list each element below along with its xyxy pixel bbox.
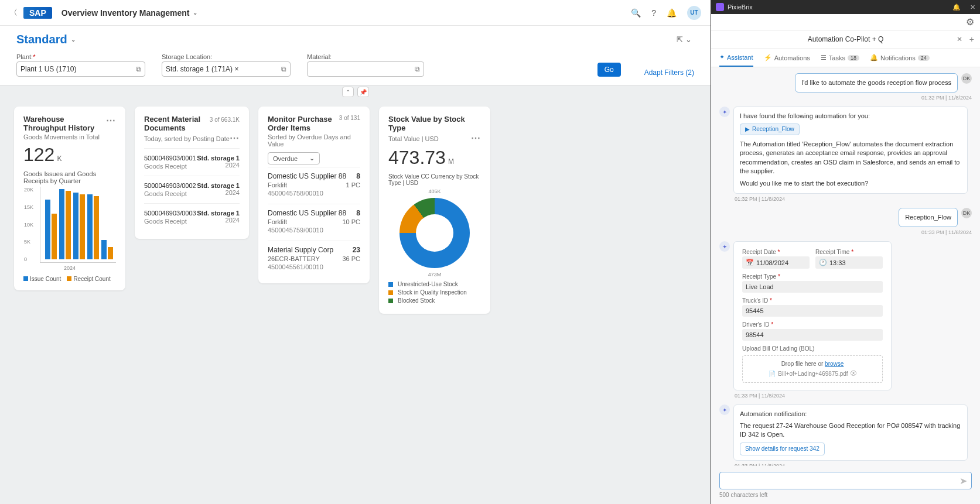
truck-id-input[interactable]: 95445: [742, 305, 883, 317]
card-subtitle: Today, sorted by Posting Date: [144, 135, 230, 142]
copilot-tabs: ✦ Assistant ⚡ Automations ☰ Tasks 18 🔔 N…: [711, 49, 980, 67]
close-icon[interactable]: ✕: [970, 4, 975, 11]
doc-item[interactable]: 5000046903/0002Std. storage 1 Goods Rece…: [144, 176, 240, 203]
char-counter: 500 characters left: [719, 492, 972, 498]
bot-message: Automation notification: The request 27-…: [733, 404, 968, 461]
material-filter: Material: ⧉: [307, 53, 424, 77]
more-icon[interactable]: ⋯: [230, 132, 240, 143]
chevron-down-icon: ⌄: [71, 36, 76, 43]
kpi-value: 473.73M: [388, 147, 481, 169]
bot-avatar-icon: ✦: [719, 404, 730, 415]
tab-automations[interactable]: ⚡ Automations: [764, 49, 810, 67]
card-title: Monitor Purchase Order Items: [268, 115, 338, 132]
help-icon[interactable]: ?: [651, 8, 656, 18]
filter-bar: Plant:* Plant 1 US (1710) ⧉ Storage Loca…: [0, 49, 711, 85]
value-help-icon[interactable]: ⧉: [281, 65, 286, 73]
automation-icon: ⚡: [764, 54, 772, 61]
kpi-value: 122K: [23, 144, 116, 166]
user-avatar[interactable]: UT: [687, 6, 701, 20]
storage-location-filter: Storage Location: Std. storage 1 (171A) …: [162, 53, 291, 77]
plant-input[interactable]: Plant 1 US (1710) ⧉: [16, 61, 145, 77]
send-icon[interactable]: ➤: [959, 475, 967, 486]
more-icon[interactable]: ⋯: [471, 132, 481, 143]
user-message: Reception_Flow: [899, 208, 958, 227]
tab-notifications[interactable]: 🔔 Notifications 24: [870, 49, 930, 67]
app-title-text: Overview Inventory Management: [62, 8, 190, 18]
bot-avatar-icon: ✦: [719, 107, 730, 117]
receipt-time-input[interactable]: 🕐 13:33: [815, 256, 883, 269]
receipt-date-input[interactable]: 📅 11/08/2024: [742, 256, 810, 269]
adapt-filters-link[interactable]: Adapt Filters (2): [644, 68, 694, 77]
driver-id-input[interactable]: 98544: [742, 329, 883, 341]
show-details-button[interactable]: Show details for request 342: [740, 443, 825, 455]
overdue-select[interactable]: Overdue ⌄: [268, 152, 320, 164]
card-purchase-orders: Monitor Purchase Order Items 3 of 131 So…: [258, 107, 370, 283]
card-subtitle: Sorted by Overdue Days and Value: [268, 133, 360, 148]
sparkle-icon: ✦: [719, 53, 725, 61]
copilot-panel: PixieBrix 🔔 ✕ ⚙ Automation Co-Pilot + Q …: [711, 0, 980, 504]
variant-selector[interactable]: Standard ⌄: [16, 33, 76, 46]
po-item[interactable]: Material Supply Corp23 26ECR-BATTERY36 P…: [268, 241, 360, 275]
x-axis-label: 2024: [23, 265, 116, 271]
automation-chip[interactable]: ▶ Reception_Flow: [740, 124, 800, 135]
bell-icon: 🔔: [870, 54, 878, 61]
material-input[interactable]: ⧉: [307, 61, 424, 77]
doc-item[interactable]: 5000046903/0001Std. storage 1 Goods Rece…: [144, 148, 240, 176]
plus-icon[interactable]: +: [969, 35, 974, 44]
collapse-up-button[interactable]: ⌃: [342, 87, 354, 97]
sloc-value: Std. storage 1 (171A) ×: [166, 65, 238, 73]
back-button[interactable]: 〈: [9, 8, 18, 18]
receipt-form: Receipt Date * 📅 11/08/2024 Receipt Time…: [733, 241, 892, 390]
po-item[interactable]: Domestic US Supplier 888 Forklift1 PC 45…: [268, 167, 360, 201]
panel-toolbar: ⚙: [711, 14, 980, 30]
sloc-label: Storage Location:: [162, 53, 291, 60]
pin-button[interactable]: 📌: [357, 87, 369, 97]
card-title: Warehouse Throughput History: [23, 115, 106, 132]
more-icon[interactable]: ⋯: [106, 115, 116, 126]
share-icon[interactable]: ⇱: [677, 35, 683, 44]
value-help-icon[interactable]: ⧉: [415, 65, 420, 73]
file-icon: 📄: [769, 371, 776, 377]
po-item[interactable]: Domestic US Supplier 888 Forklift10 PC 4…: [268, 204, 360, 238]
copilot-title: Automation Co-Pilot + Q: [808, 35, 884, 43]
y-axis: 20K 15K 10K 5K 0: [24, 187, 33, 262]
sap-logo: SAP: [23, 7, 52, 19]
card-title: Recent Material Documents: [144, 115, 205, 132]
plant-label: Plant:: [16, 53, 33, 60]
donut-chart: 405K 473M: [399, 198, 470, 268]
card-count: 3 of 663.1K: [210, 116, 240, 123]
upload-dropzone[interactable]: Drop file here or browse 📄 Bill+of+Ladin…: [742, 355, 883, 383]
chart-title: Goods Issues and Goods Receipts by Quart…: [23, 170, 116, 184]
chevron-down-icon[interactable]: ⌄: [685, 35, 692, 44]
value-help-icon[interactable]: ⧉: [136, 65, 141, 73]
sloc-input[interactable]: Std. storage 1 (171A) × ⧉: [162, 61, 291, 77]
chat-input[interactable]: [719, 472, 972, 489]
bell-icon[interactable]: 🔔: [667, 8, 677, 18]
go-button[interactable]: Go: [597, 63, 621, 77]
top-bar: 〈 SAP Overview Inventory Management ⌄ 🔍 …: [0, 0, 711, 26]
search-icon[interactable]: 🔍: [631, 8, 641, 18]
collapse-row: ⌃ 📌: [0, 85, 711, 98]
donut-legend: Unrestricted-Use Stock Stock in Quality …: [388, 281, 481, 304]
extension-title-bar: PixieBrix 🔔 ✕: [711, 0, 980, 14]
card-material-documents: Recent Material Documents 3 of 663.1K To…: [135, 107, 249, 239]
cards-area: Warehouse Throughput History Goods Movem…: [0, 98, 711, 504]
receipt-type-input[interactable]: Live Load: [742, 281, 883, 293]
bell-icon[interactable]: 🔔: [952, 4, 961, 11]
timestamp: 01:32 PM | 11/8/2024: [719, 95, 972, 101]
close-icon[interactable]: ✕: [957, 35, 962, 43]
bot-avatar-icon: ✦: [719, 241, 730, 252]
tab-assistant[interactable]: ✦ Assistant: [719, 49, 753, 67]
tab-tasks[interactable]: ☰ Tasks 18: [821, 49, 859, 67]
app-title[interactable]: Overview Inventory Management ⌄: [62, 8, 198, 18]
card-stock-value: Stock Value by Stock Type Total Value | …: [379, 107, 490, 314]
card-subtitle: Goods Movements in Total: [23, 133, 106, 140]
doc-item[interactable]: 5000046903/0003Std. storage 1 Goods Rece…: [144, 203, 240, 231]
browse-link[interactable]: browse: [825, 361, 844, 367]
gear-icon[interactable]: ⚙: [966, 16, 974, 28]
remove-file-icon[interactable]: ⓧ: [851, 369, 856, 378]
chat-log: I'd like to automate the goods reception…: [711, 67, 980, 466]
timestamp: 01:32 PM | 11/8/2024: [735, 196, 972, 202]
card-subtitle: Total Value | USD: [388, 135, 439, 142]
pixiebrix-logo-icon: [716, 3, 724, 11]
